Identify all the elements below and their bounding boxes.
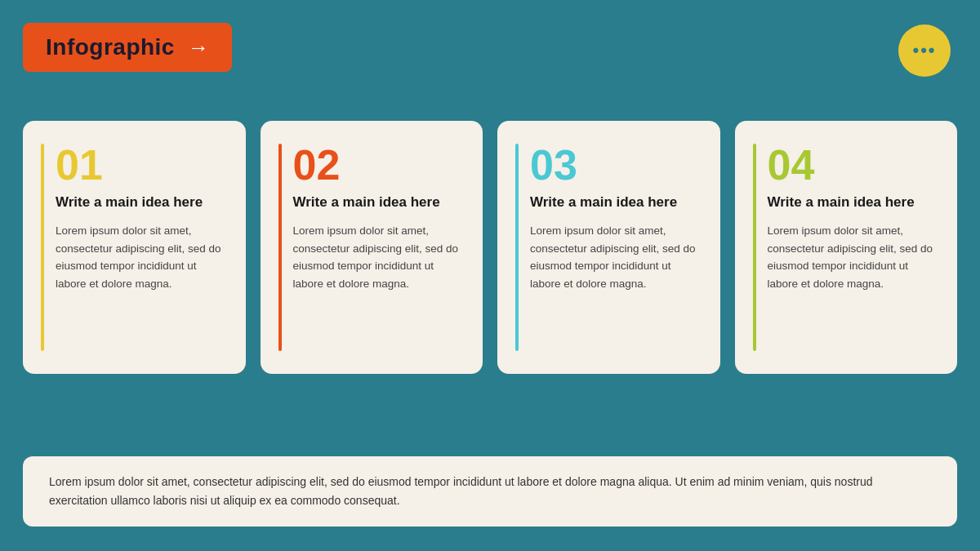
more-dots-icon: ••• <box>912 42 936 60</box>
cards-container: 01 Write a main idea here Lorem ipsum do… <box>23 121 957 374</box>
card-3-title: Write a main idea here <box>530 194 702 211</box>
card-4: 04 Write a main idea here Lorem ipsum do… <box>735 121 958 374</box>
header-badge: Infographic → <box>23 23 232 72</box>
card-2-body: Lorem ipsum dolor sit amet, consectetur … <box>293 222 466 292</box>
card-4-title: Write a main idea here <box>768 194 940 211</box>
card-4-border <box>753 144 756 351</box>
bottom-bar: Lorem ipsum dolor sit amet, consectetur … <box>23 456 957 527</box>
header: Infographic → <box>23 23 232 72</box>
bottom-text: Lorem ipsum dolor sit amet, consectetur … <box>49 473 931 510</box>
card-1-number: 01 <box>56 144 228 186</box>
card-4-number: 04 <box>768 144 940 186</box>
card-2-number: 02 <box>293 144 466 186</box>
card-3-content: 03 Write a main idea here Lorem ipsum do… <box>515 144 702 292</box>
card-1-body: Lorem ipsum dolor sit amet, consectetur … <box>56 222 228 292</box>
card-2: 02 Write a main idea here Lorem ipsum do… <box>261 121 483 374</box>
card-2-title: Write a main idea here <box>293 194 466 211</box>
card-1: 01 Write a main idea here Lorem ipsum do… <box>23 121 246 374</box>
card-2-content: 02 Write a main idea here Lorem ipsum do… <box>278 144 466 292</box>
header-title: Infographic <box>46 34 175 60</box>
card-1-border <box>41 144 44 351</box>
card-3: 03 Write a main idea here Lorem ipsum do… <box>497 121 720 374</box>
header-arrow-icon: → <box>188 35 209 60</box>
card-1-content: 01 Write a main idea here Lorem ipsum do… <box>41 144 228 292</box>
card-3-number: 03 <box>530 144 702 186</box>
card-3-body: Lorem ipsum dolor sit amet, consectetur … <box>530 222 702 292</box>
card-4-body: Lorem ipsum dolor sit amet, consectetur … <box>768 222 940 292</box>
card-1-title: Write a main idea here <box>56 194 228 211</box>
card-4-content: 04 Write a main idea here Lorem ipsum do… <box>753 144 940 292</box>
more-button[interactable]: ••• <box>898 24 951 77</box>
card-2-border <box>278 144 282 351</box>
card-3-border <box>515 144 519 351</box>
